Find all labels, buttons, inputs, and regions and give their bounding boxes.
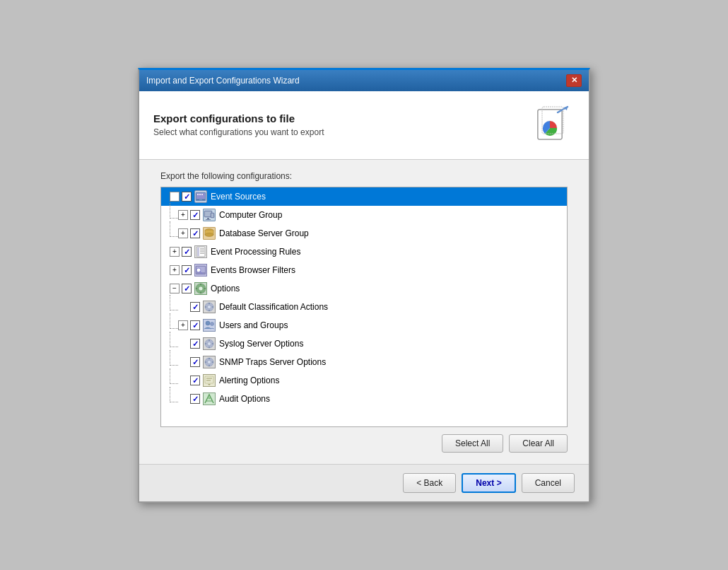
database-server-label: Database Server Group — [219, 226, 309, 241]
svg-point-45 — [208, 342, 211, 345]
no-expand — [178, 339, 188, 349]
syslog-label: Syslog Server Options — [219, 336, 303, 351]
tree-item-audit[interactable]: Audit Options — [161, 390, 567, 408]
check-audit[interactable] — [190, 394, 200, 404]
expand-computer-group[interactable]: + — [178, 210, 188, 220]
no-expand — [178, 394, 188, 404]
database-icon — [203, 227, 216, 240]
no-expand — [178, 302, 188, 312]
body-section: Export the following configurations: − — [139, 160, 589, 464]
browser-filters-label: Events Browser Filters — [211, 262, 295, 278]
svg-rect-56 — [205, 376, 213, 383]
svg-rect-33 — [200, 292, 201, 293]
tree-item-event-sources[interactable]: − Event Sources — [161, 187, 567, 206]
expand-browser-filters[interactable]: + — [170, 265, 180, 275]
connector — [170, 368, 178, 384]
svg-rect-40 — [205, 306, 206, 308]
back-button[interactable]: < Back — [403, 473, 456, 493]
header-icon — [529, 103, 575, 148]
svg-rect-32 — [200, 284, 201, 285]
connector — [170, 295, 178, 310]
svg-rect-53 — [209, 365, 210, 366]
close-button[interactable]: ✕ — [566, 74, 582, 87]
title-bar: Import and Export Configurations Wizard … — [139, 70, 589, 91]
tree-item-alerting[interactable]: Alerting Options — [161, 371, 567, 390]
svg-point-37 — [208, 305, 211, 308]
svg-rect-15 — [206, 219, 211, 220]
svg-point-60 — [209, 397, 211, 399]
check-event-sources[interactable] — [182, 192, 192, 202]
expand-event-processing[interactable]: + — [170, 247, 180, 257]
tree-container[interactable]: − Event Sources — [160, 187, 568, 427]
connector — [170, 387, 178, 402]
check-computer-group[interactable] — [190, 210, 200, 220]
clear-all-button[interactable]: Clear All — [509, 434, 568, 453]
svg-point-8 — [199, 194, 201, 195]
tree-action-buttons: Select All Clear All — [160, 434, 568, 453]
computer-group-icon — [203, 209, 216, 221]
footer-section: < Back Next > Cancel — [139, 464, 589, 501]
svg-rect-54 — [205, 361, 206, 363]
expand-options[interactable]: − — [170, 284, 180, 293]
header-section: Export configurations to file Select wha… — [139, 91, 589, 160]
svg-point-31 — [199, 286, 203, 291]
tree-item-database-server-group[interactable]: + Database Server Group — [161, 224, 567, 243]
connector — [170, 350, 178, 366]
expand-database-server[interactable]: + — [178, 228, 188, 238]
classification-icon — [203, 301, 216, 313]
tree-item-snmp[interactable]: SNMP Traps Server Options — [161, 353, 567, 371]
check-syslog[interactable] — [190, 339, 200, 349]
svg-point-9 — [201, 194, 203, 195]
snmp-label: SNMP Traps Server Options — [219, 354, 326, 370]
svg-rect-11 — [202, 199, 205, 200]
check-snmp[interactable] — [190, 357, 200, 367]
tree-item-options[interactable]: − Options — [161, 279, 567, 298]
tree-item-default-classification[interactable]: Default Classification Actions — [161, 298, 567, 316]
users-icon — [203, 319, 216, 332]
dialog-title: Import and Export Configurations Wizard — [146, 76, 300, 86]
connector — [170, 332, 178, 347]
svg-point-51 — [208, 360, 211, 363]
event-processing-label: Event Processing Rules — [211, 244, 300, 260]
computer-group-label: Computer Group — [219, 207, 282, 223]
svg-rect-55 — [212, 361, 213, 363]
svg-point-42 — [206, 321, 210, 325]
expand-users-groups[interactable]: + — [178, 320, 188, 330]
options-icon — [194, 282, 207, 295]
audit-icon — [203, 392, 216, 405]
svg-rect-34 — [196, 288, 197, 289]
expand-event-sources[interactable]: − — [170, 192, 180, 202]
svg-rect-46 — [209, 339, 210, 341]
svg-rect-17 — [211, 214, 213, 217]
tree-item-syslog[interactable]: Syslog Server Options — [161, 335, 567, 353]
check-browser-filters[interactable] — [182, 265, 192, 275]
page-subtitle: Select what configurations you want to e… — [153, 127, 324, 137]
svg-rect-52 — [209, 358, 210, 359]
check-options[interactable] — [182, 284, 192, 293]
tree-item-browser-filters[interactable]: + Events Browser Filters — [161, 261, 567, 279]
cancel-button[interactable]: Cancel — [522, 473, 575, 493]
no-expand — [178, 376, 188, 385]
check-default-classification[interactable] — [190, 302, 200, 312]
next-button[interactable]: Next > — [462, 473, 515, 493]
tree-item-users-groups[interactable]: + Users and Groups — [161, 316, 567, 335]
svg-point-43 — [211, 322, 214, 325]
check-alerting[interactable] — [190, 376, 200, 385]
svg-rect-39 — [209, 310, 210, 311]
tree-item-event-processing[interactable]: + Event Processing Rules — [161, 243, 567, 261]
audit-label: Audit Options — [219, 391, 270, 407]
connector — [170, 203, 178, 219]
check-users-groups[interactable] — [190, 320, 200, 330]
svg-rect-47 — [209, 347, 210, 348]
svg-rect-38 — [209, 303, 210, 304]
alerting-icon — [203, 374, 216, 387]
users-groups-label: Users and Groups — [219, 318, 288, 333]
select-all-button[interactable]: Select All — [442, 434, 503, 453]
header-text: Export configurations to file Select wha… — [153, 112, 324, 137]
check-database-server[interactable] — [190, 228, 200, 238]
svg-rect-41 — [212, 306, 213, 308]
svg-rect-49 — [212, 343, 213, 344]
check-event-processing[interactable] — [182, 247, 192, 257]
tree-item-computer-group[interactable]: + Computer Group — [161, 206, 567, 224]
rules-icon — [194, 245, 207, 258]
